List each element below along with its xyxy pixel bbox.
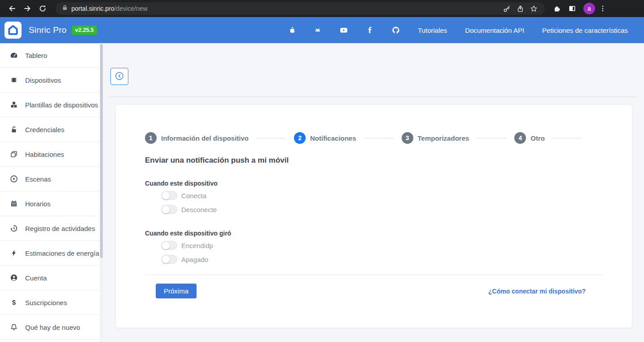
step-connector	[364, 138, 394, 138]
calendar-icon	[9, 200, 19, 208]
how-to-connect-link[interactable]: ¿Cómo conectar mi dispositivo?	[488, 288, 586, 295]
toggle-label: Conecta	[181, 192, 206, 200]
sidebar-scrollbar[interactable]	[100, 43, 103, 342]
sidebar-item-plantillas[interactable]: Plantillas de dispositivos	[0, 93, 103, 117]
youtube-icon[interactable]	[340, 26, 348, 34]
back-button[interactable]	[110, 68, 128, 85]
toggle-knob	[162, 256, 170, 263]
form-divider	[145, 275, 603, 275]
sidebar-item-dispositivos[interactable]: Dispositivos	[0, 68, 103, 93]
step-label: Temporizadores	[418, 134, 469, 142]
conecta-toggle[interactable]	[161, 191, 177, 200]
arrow-left-circle-icon	[115, 71, 124, 82]
sidebar-item-horarios[interactable]: Horarios	[0, 191, 103, 216]
step-notificaciones[interactable]: 2 Notificaciones	[294, 132, 356, 144]
step-connector	[553, 138, 582, 138]
nav-link-peticiones[interactable]: Peticiones de características	[542, 27, 628, 34]
side-panel-icon[interactable]	[565, 2, 580, 15]
browser-menu-kebab-icon[interactable]	[595, 2, 610, 15]
toggle-row-conecta: Conecta	[161, 190, 603, 201]
toggle-label: Encendidp	[181, 242, 213, 249]
toggle-row-apagado: Apagado	[161, 254, 603, 265]
bookmark-star-icon[interactable]	[527, 3, 540, 14]
version-badge: v2.25.5	[72, 26, 97, 35]
sidebar-item-label: Cuenta	[25, 274, 47, 282]
sidebar-item-registro[interactable]: Registro de actividades	[0, 216, 103, 241]
next-button[interactable]: Próxima	[156, 284, 197, 298]
bell-icon	[9, 323, 19, 331]
app-header: Sinric Pro v2.25.5 Tutoriales Documentac…	[0, 17, 644, 43]
sidebar-item-label: Estimaciones de energía	[25, 249, 99, 257]
browser-back-icon[interactable]	[4, 2, 20, 15]
sidebar-item-que-hay-de-nuevo[interactable]: Qué hay de nuevo	[0, 315, 103, 340]
sidebar-item-label: Horarios	[25, 200, 51, 208]
microchip-icon	[9, 76, 19, 84]
step-number: 4	[514, 132, 526, 144]
new-device-card: 1 Información del dispositivo 2 Notifica…	[115, 104, 632, 328]
group-label: Cuando este dispositivo	[145, 180, 603, 187]
toggle-label: Desconecte	[181, 206, 217, 213]
step-label: Información del dispositivo	[161, 134, 249, 142]
browser-chrome: portal.sinric.pro/device/new a	[0, 0, 644, 17]
clone-icon	[9, 150, 19, 158]
step-informacion[interactable]: 1 Información del dispositivo	[145, 132, 249, 144]
step-temporizadores[interactable]: 3 Temporizadores	[402, 132, 469, 144]
password-key-icon[interactable]	[500, 3, 513, 14]
nav-link-documentacion-api[interactable]: Documentación API	[465, 27, 524, 34]
share-icon[interactable]	[513, 3, 527, 14]
url-bar[interactable]: portal.sinric.pro/device/new	[56, 2, 545, 15]
sidebar-item-label: Registro de actividades	[25, 225, 95, 232]
sidebar-scrollbar-thumb[interactable]	[100, 44, 103, 258]
play-circle-icon	[9, 175, 19, 183]
step-number: 2	[294, 132, 306, 144]
url-path: /device/new	[114, 5, 148, 12]
step-number: 3	[402, 132, 413, 144]
sidebar-item-escenas[interactable]: Escenas	[0, 167, 103, 191]
brand-name[interactable]: Sinric Pro	[29, 25, 66, 35]
desconecte-toggle[interactable]	[161, 205, 177, 214]
sidebar-item-credenciales[interactable]: Credenciales	[0, 117, 103, 142]
step-otro[interactable]: 4 Otro	[514, 132, 545, 144]
apple-icon[interactable]	[288, 26, 296, 34]
sidebar-item-estimaciones[interactable]: Estimaciones de energía	[0, 241, 103, 266]
sidebar-item-label: Suscripciones	[25, 299, 67, 306]
step-connector	[477, 138, 506, 138]
dollar-icon: $	[9, 298, 19, 306]
sidebar-item-label: Habitaciones	[25, 151, 64, 158]
toggle-row-desconecte: Desconecte	[161, 204, 603, 215]
toggle-group-power: Cuando este dispositivo giró Encendidp A…	[145, 230, 603, 265]
sidebar: Tablero Dispositivos Plantillas de dispo…	[0, 43, 103, 342]
history-icon	[9, 224, 19, 232]
extensions-puzzle-icon[interactable]	[549, 2, 565, 15]
cubes-icon	[9, 101, 19, 109]
encendido-toggle[interactable]	[161, 241, 177, 250]
sidebar-item-cuenta[interactable]: Cuenta	[0, 266, 103, 290]
browser-reload-icon[interactable]	[35, 2, 50, 15]
group-label: Cuando este dispositivo giró	[145, 230, 603, 237]
step-label: Otro	[530, 134, 545, 142]
sidebar-item-label: Qué hay de nuevo	[25, 324, 80, 331]
step-connector	[257, 138, 286, 138]
url-host: portal.sinric.pro	[71, 5, 114, 12]
tachometer-icon	[9, 51, 19, 59]
github-icon[interactable]	[392, 26, 400, 34]
browser-forward-icon[interactable]	[20, 2, 35, 15]
lock-icon	[62, 4, 68, 13]
sidebar-item-label: Escenas	[25, 175, 51, 183]
nav-link-tutoriales[interactable]: Tutoriales	[418, 27, 447, 34]
sidebar-item-tablero[interactable]: Tablero	[0, 43, 103, 68]
sidebar-item-label: Credenciales	[25, 126, 65, 133]
sinric-logo[interactable]	[4, 22, 22, 39]
toggle-knob	[162, 206, 170, 213]
facebook-icon[interactable]	[366, 26, 374, 34]
android-icon[interactable]	[314, 26, 322, 34]
sidebar-item-suscripciones[interactable]: $ Suscripciones	[0, 290, 103, 315]
sidebar-item-label: Tablero	[25, 52, 47, 59]
toggle-label: Apagado	[181, 256, 208, 263]
unlock-icon	[9, 125, 19, 133]
title-divider	[110, 97, 638, 97]
profile-avatar[interactable]: a	[583, 3, 595, 14]
user-circle-icon	[9, 274, 19, 282]
apagado-toggle[interactable]	[161, 255, 177, 264]
sidebar-item-habitaciones[interactable]: Habitaciones	[0, 142, 103, 167]
